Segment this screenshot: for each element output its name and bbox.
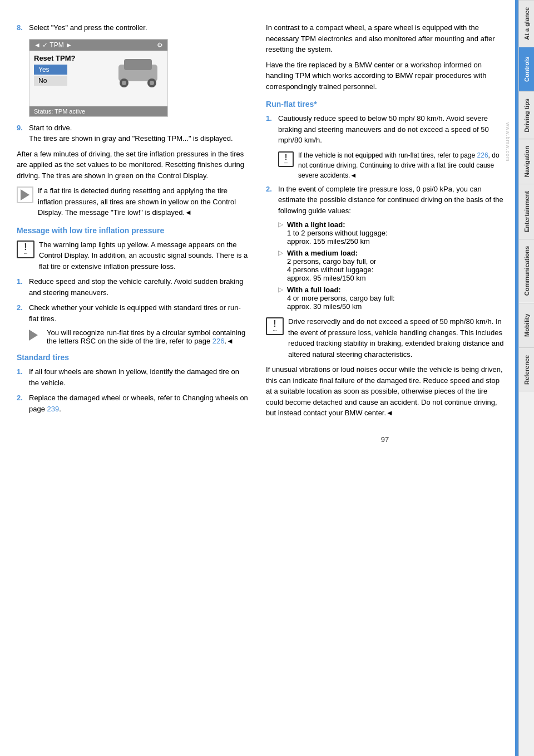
arrow-icon-full: ▷ bbox=[278, 286, 287, 311]
load-light-text: With a light load: 1 to 2 persons withou… bbox=[287, 220, 388, 246]
sidebar-tab-at-a-glance[interactable]: At a glance bbox=[519, 0, 534, 47]
para-reset-info: After a few minutes of driving, the set … bbox=[17, 149, 249, 181]
page-number: 97 bbox=[266, 435, 504, 444]
right-column: In contrast to a compact wheel, a spare … bbox=[260, 22, 504, 734]
load-items: ▷ With a light load: 1 to 2 persons with… bbox=[278, 220, 504, 311]
standard-step-2-text: Replace the damaged wheel or wheels, ref… bbox=[29, 392, 249, 414]
tpm-no: No bbox=[34, 76, 67, 86]
section-runflat-heading: Run-flat tires* bbox=[266, 100, 504, 109]
tpm-car-svg bbox=[113, 51, 163, 95]
sidebar-tabs: At a glance Controls Driving tips Naviga… bbox=[518, 0, 534, 756]
standard-step-1-num: 1. bbox=[17, 366, 29, 388]
page-226-link-right[interactable]: 226 bbox=[477, 151, 488, 159]
sidebar-tab-controls[interactable]: Controls bbox=[519, 47, 534, 91]
inflate-step-2: 2. Check whether your vehicle is equippe… bbox=[17, 302, 249, 324]
load-medium: ▷ With a medium load: 2 persons, cargo b… bbox=[278, 249, 504, 282]
sidebar-tab-navigation[interactable]: Navigation bbox=[519, 139, 534, 184]
svg-point-4 bbox=[122, 81, 126, 85]
note-runflat: You will recognize run-flat tires by a c… bbox=[29, 328, 249, 345]
tpm-header-text: ◄ ✓ TPM ► bbox=[34, 41, 72, 49]
watermark: www.bmw.com bbox=[505, 122, 511, 162]
inflate-step-2-text: Check whether your vehicle is equipped w… bbox=[29, 302, 249, 324]
arrow-icon-light: ▷ bbox=[278, 220, 287, 246]
standard-steps: 1. If all four wheels are shown in yello… bbox=[17, 366, 249, 414]
load-full: ▷ With a full load: 4 or more persons, c… bbox=[278, 286, 504, 311]
sidebar-tab-communications[interactable]: Communications bbox=[519, 239, 534, 302]
note-box-flat: If a flat tire is detected during resett… bbox=[17, 185, 249, 218]
step-8-text: Select "Yes" and press the controller. bbox=[29, 22, 249, 33]
section-standard-heading: Standard tires bbox=[17, 353, 249, 362]
tpm-status: Status: TPM active bbox=[29, 106, 167, 116]
runflat-step-1-text: Cautiously reduce speed to below 50 mph/… bbox=[278, 113, 504, 146]
warn-runflat-icon: ! ··· bbox=[278, 151, 294, 167]
step-8: 8. Select "Yes" and press the controller… bbox=[17, 22, 249, 33]
load-full-text: With a full load: 4 or more persons, car… bbox=[287, 286, 395, 311]
step-9-number: 9. bbox=[17, 122, 29, 144]
warn-runflat-text: If the vehicle is not equipped with run-… bbox=[298, 150, 504, 180]
arrow-icon-medium: ▷ bbox=[278, 249, 287, 282]
step-9-text: Start to drive. The tires are shown in g… bbox=[29, 122, 249, 144]
note-runflat-text: You will recognize run-flat tires by a c… bbox=[47, 328, 249, 345]
inflate-steps: 1. Reduce speed and stop the vehicle car… bbox=[17, 276, 249, 324]
tpm-screen: ◄ ✓ TPM ► ⚙ Reset TPM? Yes No St bbox=[29, 39, 168, 117]
note-runflat-icon bbox=[29, 328, 42, 345]
standard-step-1: 1. If all four wheels are shown in yello… bbox=[17, 366, 249, 388]
tpm-header: ◄ ✓ TPM ► ⚙ bbox=[29, 40, 167, 51]
svg-point-5 bbox=[150, 81, 154, 85]
right-final-para: If unusual vibrations or loud noises occ… bbox=[266, 364, 504, 419]
page-226-link-left[interactable]: 226 bbox=[212, 337, 225, 345]
runflat-step-2-text: In the event of complete tire pressure l… bbox=[278, 184, 504, 217]
warn-box-runflat: ! ··· If the vehicle is not equipped wit… bbox=[278, 150, 504, 180]
warn-drive-icon: ! ··· bbox=[266, 317, 284, 335]
inflate-step-1-num: 1. bbox=[17, 276, 29, 298]
inflate-step-2-num: 2. bbox=[17, 302, 29, 324]
tpm-header-icon: ⚙ bbox=[157, 41, 163, 49]
page-239-link[interactable]: 239 bbox=[47, 405, 60, 413]
right-para-2: Have the tire replaced by a BMW center o… bbox=[266, 60, 504, 92]
section-message-heading: Message with low tire inflation pressure bbox=[17, 226, 249, 235]
inflate-step-1: 1. Reduce speed and stop the vehicle car… bbox=[17, 276, 249, 298]
step-9: 9. Start to drive. The tires are shown i… bbox=[17, 122, 249, 144]
tpm-yes: Yes bbox=[34, 65, 67, 75]
runflat-step-2: 2. In the event of complete tire pressur… bbox=[266, 184, 504, 217]
left-column: 8. Select "Yes" and press the controller… bbox=[17, 22, 260, 734]
warn-exclamation-icon: ! ··· bbox=[17, 240, 34, 258]
runflat-step-2-num: 2. bbox=[266, 184, 278, 217]
warn-inflate-text: The warning lamp lights up yellow. A mes… bbox=[39, 239, 249, 272]
note-flat-text: If a flat tire is detected during resett… bbox=[38, 185, 249, 218]
runflat-step-1-num: 1. bbox=[266, 113, 278, 146]
sidebar-tab-reference[interactable]: Reference bbox=[519, 347, 534, 392]
play-triangle-icon bbox=[17, 186, 33, 203]
warn-box-inflate: ! ··· The warning lamp lights up yellow.… bbox=[17, 239, 249, 272]
runflat-step-1: 1. Cautiously reduce speed to below 50 m… bbox=[266, 113, 504, 146]
inflate-step-1-text: Reduce speed and stop the vehicle carefu… bbox=[29, 276, 249, 298]
standard-step-1-text: If all four wheels are shown in yellow, … bbox=[29, 366, 249, 388]
warn-drive-text: Drive reservedly and do not exceed a spe… bbox=[288, 316, 504, 360]
warn-box-drive: ! ··· Drive reservedly and do not exceed… bbox=[266, 316, 504, 360]
svg-rect-1 bbox=[124, 59, 152, 70]
load-light: ▷ With a light load: 1 to 2 persons with… bbox=[278, 220, 504, 246]
load-medium-text: With a medium load: 2 persons, cargo bay… bbox=[287, 249, 376, 282]
sidebar-tab-entertainment[interactable]: Entertainment bbox=[519, 184, 534, 239]
standard-step-2-num: 2. bbox=[17, 392, 29, 414]
standard-step-2: 2. Replace the damaged wheel or wheels, … bbox=[17, 392, 249, 414]
step-8-number: 8. bbox=[17, 22, 29, 33]
sidebar-tab-mobility[interactable]: Mobility bbox=[519, 303, 534, 347]
sidebar-tab-driving-tips[interactable]: Driving tips bbox=[519, 91, 534, 139]
right-para-1: In contrast to a compact wheel, a spare … bbox=[266, 22, 504, 55]
